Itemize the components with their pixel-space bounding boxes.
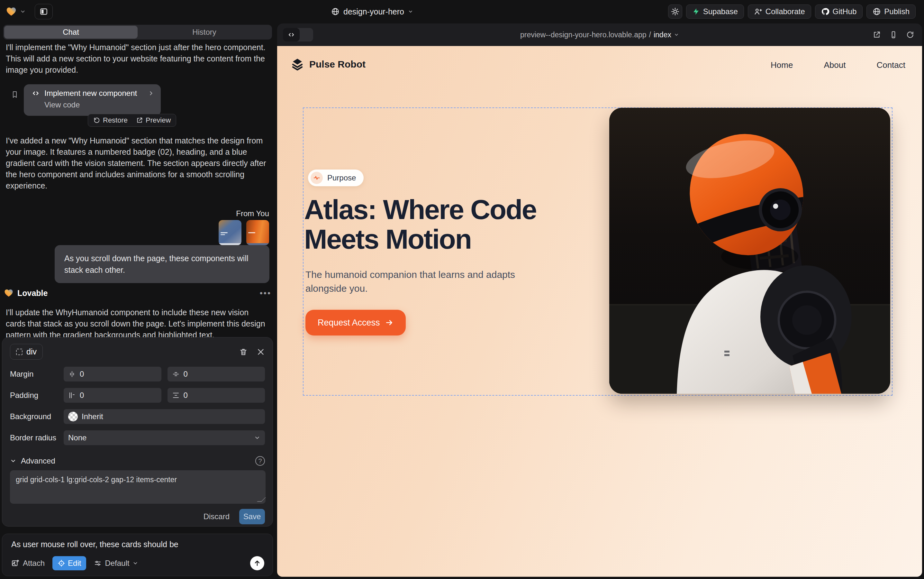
top-header: design-your-hero Supabase Collaborate (0, 0, 924, 23)
chevron-down-icon (132, 560, 138, 566)
padding-x-input[interactable]: 0 (64, 388, 162, 403)
code-toggle-knob (283, 28, 300, 41)
composer-input[interactable]: As user mouse roll over, these cards sho… (11, 540, 264, 549)
background-label: Background (10, 412, 57, 421)
request-access-button[interactable]: Request Access (305, 310, 406, 335)
workspace-chevron-icon[interactable] (20, 9, 26, 15)
delete-element-button[interactable] (239, 348, 248, 356)
composer-toolbar: Attach Edit Default (11, 556, 264, 570)
margin-y-input[interactable]: 0 (168, 367, 265, 381)
attach-button[interactable]: Attach (11, 559, 45, 568)
restore-icon (93, 117, 100, 124)
refresh-button[interactable] (906, 31, 914, 39)
nav-home[interactable]: Home (771, 60, 793, 70)
margin-label: Margin (10, 370, 57, 379)
padding-vertical-icon (172, 391, 180, 399)
edit-mode-button[interactable]: Edit (52, 556, 86, 570)
message-menu-icon[interactable]: ••• (260, 288, 271, 298)
purpose-badge: Purpose (308, 170, 364, 186)
sliders-icon (94, 559, 101, 567)
header-left (6, 0, 53, 23)
globe-icon (331, 7, 340, 16)
preview-button[interactable]: Preview (136, 116, 171, 124)
app-root: design-your-hero Supabase Collaborate (0, 0, 924, 579)
arrow-up-icon (253, 559, 261, 567)
background-input[interactable]: Inherit (64, 409, 265, 424)
url-separator: / (649, 31, 651, 39)
supabase-button[interactable]: Supabase (686, 5, 744, 19)
preview-host: preview--design-your-hero.lovable.app (520, 31, 646, 39)
nav-contact[interactable]: Contact (877, 60, 905, 70)
preview-page: index (654, 31, 671, 39)
collaborate-button[interactable]: Collaborate (748, 5, 811, 19)
github-button[interactable]: GitHub (815, 5, 863, 19)
advanced-section-header: Advanced ? (10, 456, 265, 466)
preview-window: preview--design-your-hero.lovable.app / … (277, 23, 922, 577)
send-button[interactable] (250, 556, 264, 570)
close-icon (256, 348, 265, 356)
attachment-image-orange[interactable] (246, 220, 269, 245)
editor-footer: Discard Save (10, 509, 265, 524)
selected-element-chip[interactable]: div (10, 344, 43, 360)
advanced-classes-textarea[interactable]: grid grid-cols-1 lg:grid-cols-2 gap-12 i… (10, 470, 266, 504)
chevron-down-icon (674, 32, 679, 37)
layers-icon (291, 57, 304, 71)
brand-name: Pulse Robot (309, 59, 366, 70)
padding-y-input[interactable]: 0 (168, 388, 265, 403)
element-selection-icon (16, 349, 23, 355)
close-editor-button[interactable] (256, 348, 265, 356)
preview-actions (873, 23, 914, 46)
hero-headline: Atlas: Where Code Meets Motion (304, 195, 574, 254)
code-icon (31, 89, 40, 98)
mobile-view-button[interactable] (889, 31, 898, 39)
view-code-link[interactable]: View code (44, 100, 154, 110)
publish-globe-icon (873, 7, 881, 16)
editor-actions (239, 348, 265, 356)
padding-label: Padding (10, 391, 57, 400)
attach-image-icon (11, 559, 20, 568)
resize-handle[interactable] (257, 497, 266, 502)
element-tag: div (26, 347, 37, 357)
lovable-heart-icon[interactable] (6, 6, 17, 17)
save-button[interactable]: Save (239, 509, 265, 524)
bookmark-icon[interactable] (11, 90, 19, 99)
publish-button[interactable]: Publish (867, 5, 916, 19)
restore-button[interactable]: Restore (93, 116, 127, 124)
external-link-icon (873, 31, 881, 39)
user-attachments-block: From You (3, 209, 273, 245)
discard-button[interactable]: Discard (204, 512, 230, 521)
sidebar-toggle-button[interactable] (35, 4, 53, 19)
chevron-right-icon (148, 90, 154, 96)
margin-horizontal-icon (68, 370, 76, 378)
preview-url[interactable]: preview--design-your-hero.lovable.app / … (520, 31, 679, 39)
settings-button[interactable] (668, 5, 682, 19)
code-view-toggle[interactable] (283, 28, 313, 41)
help-icon[interactable]: ? (255, 456, 265, 466)
chat-composer: As user mouse roll over, these cards sho… (2, 534, 273, 576)
header-actions: Supabase Collaborate GitHub Publish (668, 5, 916, 19)
model-mode-select[interactable]: Default (94, 559, 138, 568)
implement-component-card[interactable]: Implement new component View code (24, 84, 161, 116)
nav-links: Home About Contact (771, 60, 905, 70)
project-name: design-your-hero (343, 7, 404, 16)
preview-topbar: preview--design-your-hero.lovable.app / … (277, 23, 922, 46)
tab-chat[interactable]: Chat (4, 26, 137, 39)
code-icon (287, 31, 295, 39)
assistant-message-2: I've added a new "Why Humanoid" section … (3, 135, 273, 191)
nav-about[interactable]: About (824, 60, 846, 70)
attachment-image-blue[interactable] (219, 220, 242, 245)
site-brand[interactable]: Pulse Robot (291, 57, 366, 71)
target-icon (57, 559, 65, 567)
phone-icon (889, 31, 898, 39)
site-hero-section: Pulse Robot Home About Contact Purpose A… (277, 46, 922, 577)
hero-subheadline: The humanoid companion that learns and a… (305, 268, 531, 295)
project-selector[interactable]: design-your-hero (331, 5, 413, 19)
assistant-message-1: I'll implement the "Why Humanoid" sectio… (3, 42, 273, 75)
style-controls: Margin 0 0 Padding 0 0 Background Inhe (10, 367, 265, 445)
margin-x-input[interactable]: 0 (64, 367, 162, 381)
border-radius-select[interactable]: None (64, 430, 265, 445)
chevron-collapse-icon[interactable] (10, 458, 16, 464)
advanced-label[interactable]: Advanced (21, 456, 55, 465)
tab-history[interactable]: History (137, 26, 271, 39)
open-in-new-tab-button[interactable] (873, 31, 881, 39)
